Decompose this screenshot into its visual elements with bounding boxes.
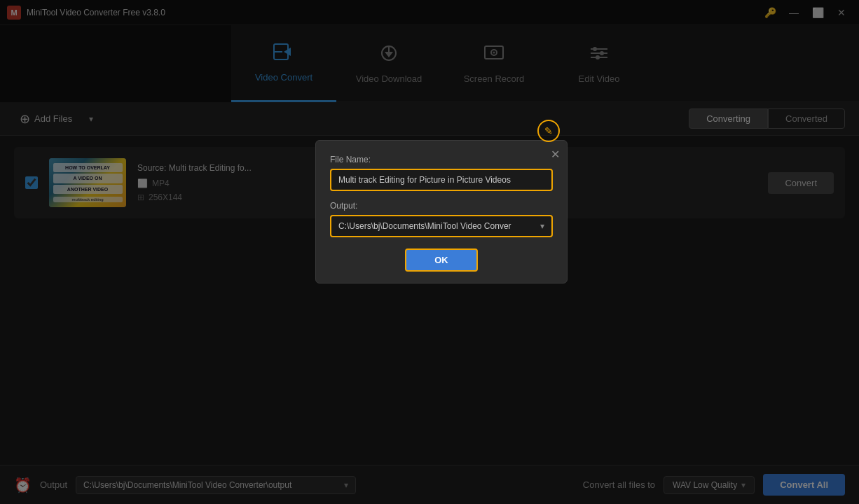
modal-output-label: Output:	[330, 201, 553, 211]
modal-close-button[interactable]: ✕	[551, 148, 560, 161]
modal-ok-button[interactable]: OK	[405, 248, 478, 272]
file-name-modal: ✎ ✕ File Name: Output: C:\Users\bj\Docum…	[315, 140, 568, 284]
modal-output-path-text: C:\Users\bj\Documents\MiniTool Video Con…	[338, 221, 537, 231]
modal-overlay: ✎ ✕ File Name: Output: C:\Users\bj\Docum…	[0, 0, 859, 504]
file-name-label: File Name:	[330, 155, 553, 164]
modal-output-path-arrow-icon: ▾	[540, 221, 544, 231]
modal-edit-icon: ✎	[537, 120, 560, 142]
modal-output-path[interactable]: C:\Users\bj\Documents\MiniTool Video Con…	[330, 215, 553, 237]
filename-input[interactable]	[330, 169, 553, 191]
